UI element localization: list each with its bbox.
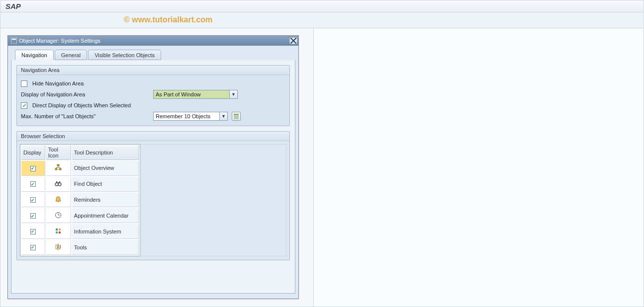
svg-rect-28 [59,231,61,233]
col-tool-icon[interactable]: Tool Icon [46,146,71,160]
max-last-label: Max. Number of "Last Objects" [21,113,150,119]
bell-icon [46,193,71,208]
tab-visible-selection[interactable]: Visible Selection Objects [88,50,161,60]
svg-rect-26 [59,229,61,230]
display-nav-label: Display of Navigation Area [21,91,150,97]
svg-point-21 [58,201,59,202]
dialog-header: Object Manager: System Settings [8,36,298,46]
browser-inner: Display Tool Icon Tool Description Objec… [17,141,289,259]
tools-icon [46,240,71,255]
left-pane: Object Manager: System Settings Navigati… [0,28,314,307]
right-pane [314,28,644,307]
tool-description: Find Object [72,177,139,192]
display-cell [21,161,45,176]
browser-table: Display Tool Icon Tool Description Objec… [20,144,140,256]
tool-description: Appointment Calendar [72,208,139,223]
info-grid-icon [46,224,71,239]
app-root: SAP © www.tutorialkart.com Object Manage… [0,0,644,307]
dialog-object-manager-settings: Object Manager: System Settings Navigati… [7,35,299,299]
max-last-dropdown[interactable]: Remember 10 Objects ▼ [153,112,228,121]
trash-icon [233,113,240,120]
tool-description: Reminders [72,193,139,208]
max-last-value: Remember 10 Objects [156,113,219,119]
table-row[interactable]: Tools [21,240,139,255]
clock-icon [46,208,71,223]
group-nav-body: Hide Navigation Area Display of Navigati… [17,75,289,126]
row-display-nav: Display of Navigation Area As Part of Wi… [21,89,285,100]
close-button[interactable] [289,37,297,44]
row-display-checkbox[interactable] [30,213,36,219]
svg-rect-0 [11,38,17,44]
display-nav-dropdown[interactable]: As Part of Window ▼ [153,90,238,99]
display-nav-value: As Part of Window [156,91,229,97]
title-bar: SAP [0,0,644,12]
group-nav-title: Navigation Area [17,66,289,75]
svg-rect-32 [60,245,61,249]
close-icon [290,37,297,44]
row-display-checkbox[interactable] [30,245,36,250]
tab-navigation[interactable]: Navigation [15,50,54,60]
svg-rect-18 [56,181,57,183]
row-display-checkbox[interactable] [30,181,36,187]
svg-rect-10 [55,168,57,170]
table-row[interactable]: Information System [21,224,139,239]
group-browser-selection: Browser Selection Display Tool Icon [16,131,290,260]
col-display[interactable]: Display [21,146,45,160]
svg-rect-25 [56,229,58,230]
svg-rect-27 [56,231,58,233]
dialog-title: Object Manager: System Settings [19,38,289,44]
tabstrip: Navigation General Visible Selection Obj… [11,49,295,61]
svg-rect-9 [57,164,59,166]
svg-rect-11 [59,168,61,170]
display-cell [21,224,45,239]
binoculars-icon [46,177,71,192]
row-display-checkbox[interactable] [30,229,36,234]
tab-general[interactable]: General [55,50,87,60]
dialog-icon [11,38,17,44]
group-browser-title: Browser Selection [17,132,289,141]
display-cell [21,208,45,223]
svg-rect-20 [57,182,59,183]
row-hide-nav: Hide Navigation Area [21,78,285,89]
svg-rect-1 [12,39,16,40]
svg-rect-31 [56,245,57,249]
display-cell [21,177,45,192]
table-row[interactable]: Appointment Calendar [21,208,139,223]
row-direct-display: Direct Display of Objects When Selected [21,100,285,111]
table-filler [140,144,286,256]
app-title: SAP [5,2,21,10]
tab-content-navigation: Navigation Area Hide Navigation Area Dis… [11,60,295,294]
dialog-body: Navigation General Visible Selection Obj… [8,46,298,299]
workspace: Object Manager: System Settings Navigati… [0,28,644,307]
chevron-down-icon: ▼ [219,112,227,120]
table-row[interactable]: Object Overview [21,161,139,176]
display-cell [21,240,45,255]
table-row[interactable]: Find Object [21,177,139,192]
toolbar: © www.tutorialkart.com [0,12,644,28]
tool-description: Object Overview [72,161,139,176]
hide-nav-label: Hide Navigation Area [32,80,84,86]
svg-rect-19 [59,181,60,183]
svg-rect-8 [234,114,239,115]
delete-last-objects-button[interactable] [232,112,241,121]
tool-description: Information System [72,224,139,239]
hide-nav-checkbox[interactable] [21,80,27,87]
table-row[interactable]: Reminders [21,193,139,208]
row-display-checkbox[interactable] [30,166,36,171]
watermark-text: © www.tutorialkart.com [124,15,212,24]
display-cell [21,193,45,208]
direct-display-checkbox[interactable] [21,102,27,109]
group-navigation-area: Navigation Area Hide Navigation Area Dis… [16,65,290,126]
direct-display-label: Direct Display of Objects When Selected [32,102,131,108]
col-tool-desc[interactable]: Tool Description [72,146,139,160]
hierarchy-icon [46,161,71,176]
chevron-down-icon: ▼ [229,90,237,98]
row-max-last: Max. Number of "Last Objects" Remember 1… [21,111,285,122]
tool-description: Tools [72,240,139,255]
row-display-checkbox[interactable] [30,197,36,203]
